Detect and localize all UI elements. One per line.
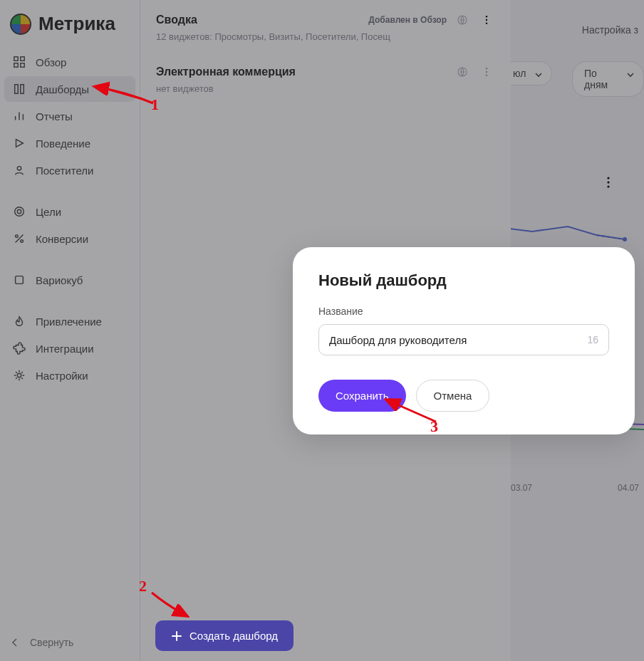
create-dashboard-label: Создать дашборд — [189, 630, 278, 642]
name-field-label: Название — [318, 306, 609, 317]
cancel-button[interactable]: Отмена — [416, 380, 490, 412]
create-dashboard-button[interactable]: Создать дашборд — [155, 620, 294, 651]
save-button[interactable]: Сохранить — [318, 380, 406, 412]
char-count: 16 — [587, 334, 598, 345]
plus-icon — [171, 630, 182, 642]
name-input[interactable] — [329, 334, 587, 346]
new-dashboard-modal: Новый дашборд Название 16 Сохранить Отме… — [293, 247, 635, 434]
name-input-wrapper[interactable]: 16 — [318, 324, 609, 355]
modal-title: Новый дашборд — [318, 271, 609, 290]
